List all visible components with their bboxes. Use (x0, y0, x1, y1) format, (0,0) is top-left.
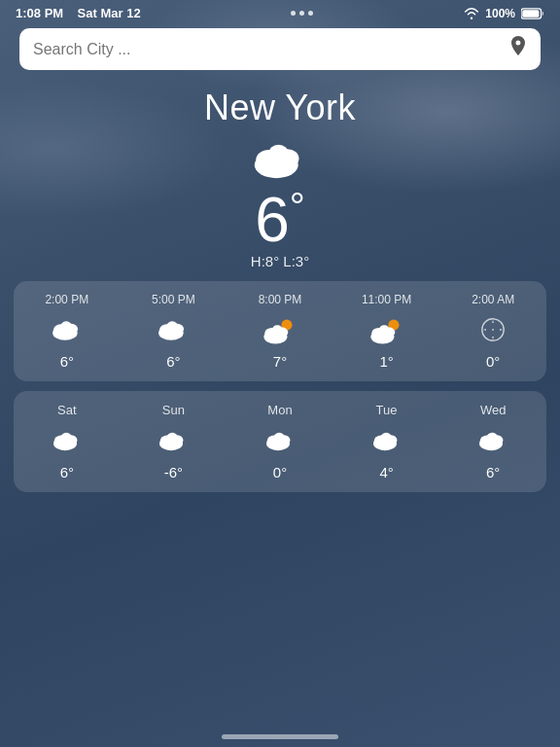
svg-point-13 (167, 322, 179, 333)
svg-point-5 (268, 145, 289, 164)
hourly-time-0: 2:00 PM (45, 293, 88, 306)
main-weather-icon (0, 132, 560, 183)
daily-icon-3 (371, 423, 402, 458)
battery-percent: 100% (485, 7, 515, 20)
status-time-date: 1:08 PM Sat Mar 12 (16, 6, 141, 20)
city-name: New York (0, 80, 560, 132)
hourly-icon-0 (51, 312, 84, 347)
home-indicator (222, 734, 338, 739)
daily-card: Sat 6° Sun -6° (14, 391, 546, 492)
hourly-item-4: 2:00 AM 0° (439, 293, 546, 370)
daily-icon-2 (264, 423, 296, 458)
daily-row: Sat 6° Sun -6° (14, 403, 546, 480)
wifi-icon (464, 8, 479, 19)
status-indicators: 100% (464, 7, 544, 20)
svg-point-29 (60, 433, 71, 443)
daily-item-4: Wed 6° (439, 403, 546, 480)
hourly-icon-3 (368, 312, 405, 347)
hourly-item-1: 5:00 PM 6° (121, 293, 228, 370)
hourly-icon-1 (157, 312, 190, 347)
daily-item-1: Sun -6° (121, 403, 228, 480)
pin-icon (509, 36, 527, 62)
daily-day-1: Sun (162, 403, 185, 417)
search-bar[interactable] (19, 28, 541, 70)
battery-icon (521, 8, 544, 19)
svg-point-37 (274, 433, 285, 443)
svg-point-9 (60, 322, 72, 333)
daily-temp-0: 6° (60, 464, 74, 480)
daily-temp-4: 6° (486, 464, 500, 480)
hourly-time-1: 5:00 PM (152, 293, 195, 306)
hourly-item-2: 8:00 PM 7° (227, 293, 333, 370)
time: 1:08 PM (16, 6, 63, 20)
daily-day-3: Tue (376, 403, 398, 417)
hourly-time-3: 11:00 PM (362, 293, 411, 306)
search-input[interactable] (33, 41, 502, 58)
hourly-icon-2 (262, 312, 298, 347)
hourly-item-3: 11:00 PM 1° (333, 293, 440, 370)
hourly-temp-2: 7° (273, 353, 287, 370)
hourly-temp-0: 6° (60, 353, 74, 370)
daily-item-0: Sat 6° (14, 403, 121, 480)
svg-point-41 (380, 433, 391, 443)
daily-icon-0 (52, 423, 83, 458)
high-low: H:8° L:3° (0, 253, 560, 281)
hourly-item-0: 2:00 PM 6° (14, 293, 121, 370)
status-bar: 1:08 PM Sat Mar 12 100% (0, 0, 560, 24)
daily-item-3: Tue 4° (333, 403, 440, 480)
search-container (0, 24, 560, 80)
hourly-time-2: 8:00 PM (259, 293, 302, 306)
main-temperature: 6° (0, 183, 560, 253)
hourly-row: 2:00 PM 6° 5:00 PM (14, 293, 546, 370)
date: Sat Mar 12 (78, 6, 141, 20)
daily-temp-2: 0° (273, 464, 287, 480)
daily-temp-1: -6° (164, 464, 183, 480)
svg-point-45 (487, 433, 498, 443)
hourly-time-4: 2:00 AM (472, 293, 514, 306)
svg-point-33 (167, 433, 178, 443)
hourly-card: 2:00 PM 6° 5:00 PM (14, 281, 546, 381)
hourly-temp-1: 6° (166, 353, 180, 370)
hourly-temp-3: 1° (379, 353, 393, 370)
daily-icon-1 (158, 423, 189, 458)
daily-icon-4 (477, 423, 508, 458)
svg-point-18 (272, 325, 283, 335)
status-dots (291, 11, 313, 16)
daily-item-2: Mon 0° (227, 403, 333, 480)
svg-point-23 (378, 325, 389, 335)
daily-day-2: Mon (267, 403, 292, 417)
svg-point-25 (492, 329, 494, 331)
daily-day-4: Wed (480, 403, 507, 417)
hourly-icon-4 (479, 312, 507, 347)
daily-temp-3: 4° (379, 464, 393, 480)
svg-rect-1 (522, 10, 539, 18)
daily-day-0: Sat (57, 403, 77, 417)
hourly-temp-4: 0° (486, 353, 500, 370)
